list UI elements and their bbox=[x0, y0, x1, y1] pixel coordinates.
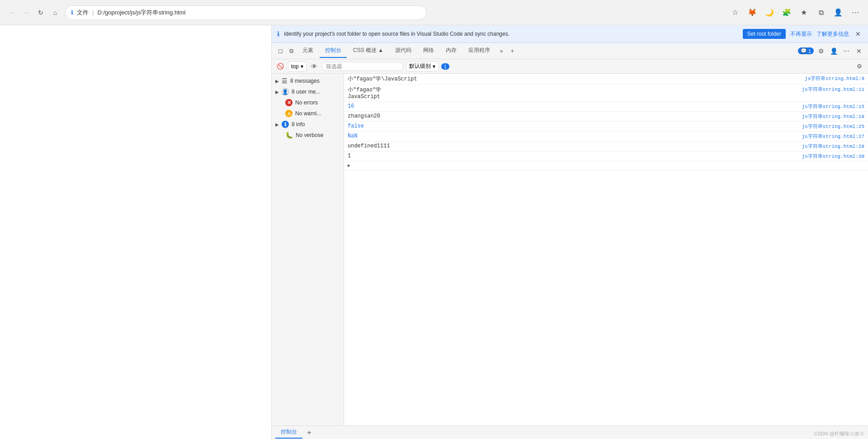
bottom-tab-console[interactable]: 控制台 bbox=[275, 426, 302, 439]
file-label: 文件 bbox=[77, 9, 89, 17]
nav-buttons: ← → ↻ ⌂ bbox=[5, 6, 61, 19]
info-icon: ℹ bbox=[277, 30, 279, 38]
level-label: 默认级别 bbox=[409, 62, 431, 70]
sidebar-item-messages[interactable]: ▶ ☰ 8 messages bbox=[272, 76, 344, 86]
user-messages-label: 8 user me... bbox=[292, 89, 320, 95]
issues-count: 1 bbox=[808, 48, 811, 54]
info-label: 8 info bbox=[292, 121, 305, 127]
devtools-panel: ℹ Identify your project's root folder to… bbox=[271, 25, 868, 439]
browser-actions: ☆ 🦊 🌙 🧩 ★ ⧉ 👤 ⋯ bbox=[728, 5, 863, 20]
home-button[interactable]: ⌂ bbox=[49, 6, 61, 19]
eye-button[interactable]: 👁 bbox=[309, 61, 319, 71]
console-message-4: zhangsan20 bbox=[348, 113, 798, 119]
tab-network[interactable]: 网络 bbox=[418, 44, 439, 58]
user-messages-arrow-icon: ▶ bbox=[275, 90, 279, 94]
sidebar-item-user-messages[interactable]: ▶ 👤 8 user me... bbox=[272, 86, 344, 97]
expand-arrow-icon[interactable]: ▶ bbox=[348, 163, 350, 168]
address-bar[interactable]: ℹ 文件 | D:/goproject/js/js字符串string.html bbox=[65, 5, 427, 20]
puzzle-button[interactable]: 🧩 bbox=[779, 5, 794, 20]
infobar-text: Identify your project's root folder to o… bbox=[284, 31, 738, 37]
messages-arrow-icon: ▶ bbox=[275, 79, 279, 84]
console-row-6: NaN js字符串string.html:27 bbox=[344, 132, 868, 142]
console-row-3: 16 js字符串string.html:15 bbox=[344, 102, 868, 112]
warning-icon: ⚠ bbox=[285, 110, 292, 117]
watermark: CSDN @柠檬味小发※ bbox=[814, 430, 864, 437]
console-link-4[interactable]: js字符串string.html:18 bbox=[802, 113, 864, 120]
tab-sources[interactable]: 源代码 bbox=[390, 44, 417, 58]
forward-button[interactable]: → bbox=[20, 6, 33, 19]
infobar: ℹ Identify your project's root folder to… bbox=[272, 25, 868, 43]
tab-console[interactable]: 控制台 bbox=[320, 44, 347, 58]
console-message-6: NaN bbox=[348, 133, 798, 139]
add-tab-button[interactable]: + bbox=[304, 428, 314, 438]
level-selector[interactable]: 默认级别 ▾ bbox=[406, 61, 439, 71]
devtools-more-button[interactable]: ⋯ bbox=[841, 46, 852, 57]
console-output: 小"fagao"学\JavaScript js字符串string.html:9 … bbox=[344, 74, 868, 425]
clear-console-button[interactable]: 🚫 bbox=[275, 61, 285, 71]
tab-inspect-icon[interactable]: ◻ bbox=[275, 46, 285, 56]
set-root-button[interactable]: Set root folder bbox=[743, 29, 786, 39]
context-selector[interactable]: top ▾ bbox=[288, 61, 307, 71]
console-message-8: 1 bbox=[348, 153, 798, 159]
info-arrow-icon: ▶ bbox=[275, 122, 279, 127]
console-link-3[interactable]: js字符串string.html:15 bbox=[802, 103, 864, 110]
issues-icon: 💬 bbox=[801, 48, 807, 54]
refresh-button[interactable]: ↻ bbox=[34, 6, 47, 19]
console-row-2: 小"fagao"学 js字符串string.html:11 JavaScript bbox=[344, 85, 868, 102]
learn-more-link[interactable]: 了解更多信息 bbox=[816, 30, 849, 38]
devtools-user-button[interactable]: 👤 bbox=[828, 46, 839, 57]
console-settings-button[interactable]: ⚙ bbox=[854, 61, 864, 71]
sidebar-item-info[interactable]: ▶ ℹ 8 info bbox=[272, 119, 344, 130]
tab-elements[interactable]: 元素 bbox=[297, 44, 319, 58]
issues-badge[interactable]: 💬 1 bbox=[798, 47, 814, 54]
star-button[interactable]: ☆ bbox=[728, 5, 742, 20]
filter-input[interactable] bbox=[322, 62, 403, 71]
console-row-7: undefined1111 js字符串string.html:28 bbox=[344, 142, 868, 151]
console-badge-count: 1 bbox=[441, 63, 449, 70]
devtools-close-button[interactable]: ✕ bbox=[854, 46, 864, 57]
devtools-tabs: ◻ ⧉ 元素 控制台 CSS 概述 ▲ 源代码 网络 内存 应用程序 » + 💬… bbox=[272, 43, 868, 59]
info-icon: ℹ bbox=[282, 121, 289, 128]
devtools-settings-button[interactable]: ⚙ bbox=[816, 46, 826, 57]
shield-button[interactable]: 🌙 bbox=[762, 5, 777, 20]
console-row-5: false js字符串string.html:25 bbox=[344, 122, 868, 132]
bottom-tabs: 控制台 + bbox=[272, 425, 868, 439]
console-link-6[interactable]: js字符串string.html:27 bbox=[802, 133, 864, 140]
webpage-area bbox=[0, 25, 271, 439]
bookmark-button[interactable]: ★ bbox=[797, 5, 811, 20]
tab-css-overview[interactable]: CSS 概述 ▲ bbox=[348, 44, 389, 58]
console-message-5: false bbox=[348, 123, 798, 129]
tab-application[interactable]: 应用程序 bbox=[463, 44, 495, 58]
fox-button[interactable]: 🦊 bbox=[745, 5, 760, 20]
more-button[interactable]: ⋯ bbox=[848, 5, 863, 20]
tab-memory[interactable]: 内存 bbox=[440, 44, 462, 58]
context-label: top bbox=[291, 63, 299, 70]
console-link-2[interactable]: js字符串string.html:11 bbox=[802, 86, 864, 94]
tab-button[interactable]: ⧉ bbox=[814, 5, 828, 20]
sidebar-item-warnings[interactable]: ⚠ No warni... bbox=[272, 108, 344, 119]
console-row-8: 1 js字符串string.html:30 bbox=[344, 151, 868, 161]
messages-label: 8 messages bbox=[290, 78, 320, 84]
verbose-label: No verbose bbox=[296, 132, 323, 138]
infobar-close-button[interactable]: ✕ bbox=[854, 29, 863, 38]
profile-button[interactable]: 👤 bbox=[831, 5, 845, 20]
back-button[interactable]: ← bbox=[5, 6, 18, 19]
console-link-1[interactable]: js字符串string.html:9 bbox=[805, 75, 864, 82]
console-link-8[interactable]: js字符串string.html:30 bbox=[802, 153, 864, 160]
tabs-right: 💬 1 ⚙ 👤 ⋯ ✕ bbox=[798, 46, 864, 57]
sidebar-item-verbose[interactable]: 🐛 No verbose bbox=[272, 130, 344, 141]
errors-label: No errors bbox=[295, 99, 318, 106]
sidebar-item-errors[interactable]: ✕ No errors bbox=[272, 97, 344, 108]
console-link-7[interactable]: js字符串string.html:28 bbox=[802, 143, 864, 150]
tab-add-icon[interactable]: + bbox=[507, 46, 517, 56]
console-sidebar: ▶ ☰ 8 messages ▶ 👤 8 user me... ✕ No err… bbox=[272, 74, 344, 425]
user-messages-person-icon: 👤 bbox=[282, 88, 289, 95]
no-show-button[interactable]: 不再显示 bbox=[790, 30, 812, 38]
tab-device-icon[interactable]: ⧉ bbox=[286, 46, 296, 56]
tab-more-icon[interactable]: » bbox=[496, 46, 506, 56]
console-link-5[interactable]: js字符串string.html:25 bbox=[802, 123, 864, 130]
error-icon: ✕ bbox=[285, 99, 292, 106]
console-message-2a: 小"fagao"学 bbox=[348, 86, 802, 94]
console-row-9[interactable]: ▶ bbox=[344, 161, 868, 170]
console-message-2b: JavaScript bbox=[348, 94, 380, 100]
